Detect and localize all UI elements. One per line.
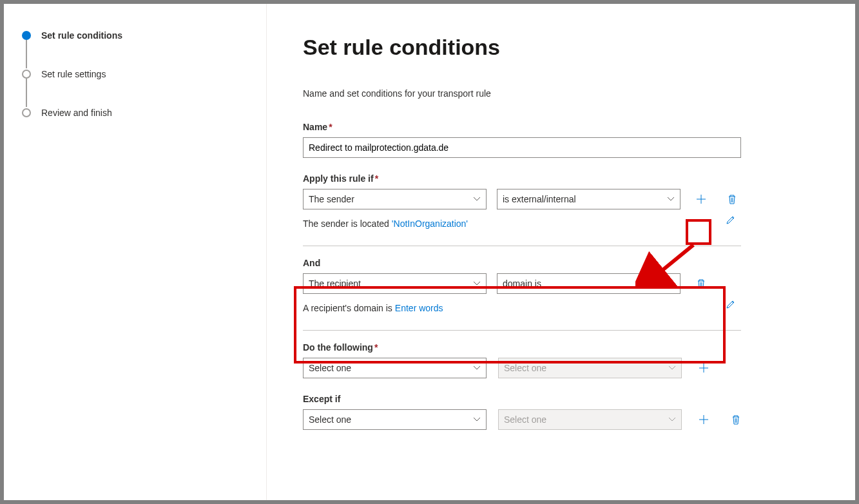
step-dot-icon [22, 108, 31, 117]
add-condition-button[interactable] [691, 189, 711, 209]
trash-icon [731, 414, 741, 425]
condition1-subject-dropdown[interactable]: The sender [303, 189, 487, 209]
required-asterisk: * [374, 342, 378, 353]
rule-name-input[interactable] [303, 137, 741, 158]
add-exception-button[interactable] [693, 409, 714, 430]
chevron-down-icon [473, 364, 481, 372]
except-label: Except if [303, 394, 819, 404]
step-dot-icon [22, 31, 31, 40]
divider [303, 330, 741, 331]
do-label: Do the following* [303, 342, 819, 353]
condition2-value-link[interactable]: Enter words [395, 303, 443, 313]
step-label: Review and finish [41, 107, 112, 119]
dropdown-value: domain is [503, 278, 541, 289]
pencil-icon [726, 215, 736, 225]
trash-icon [727, 194, 737, 204]
condition1-summary: The sender is located 'NotInOrganization… [303, 218, 468, 229]
dropdown-value: The sender [309, 194, 354, 204]
add-action-button[interactable] [693, 358, 714, 378]
step-label: Set rule conditions [41, 30, 122, 41]
apply-rule-label: Apply this rule if* [303, 173, 819, 184]
exception-subject-dropdown[interactable]: Select one [303, 409, 487, 430]
divider [303, 246, 741, 246]
pencil-icon [726, 299, 736, 309]
chevron-down-icon [667, 280, 675, 287]
dropdown-value: Select one [309, 363, 351, 373]
step-label: Set rule settings [41, 68, 106, 80]
delete-exception-button[interactable] [726, 409, 746, 430]
condition1-predicate-dropdown[interactable]: is external/internal [497, 189, 680, 209]
condition2-predicate-dropdown[interactable]: domain is [497, 273, 680, 294]
edit-condition2-button[interactable] [720, 294, 741, 315]
chevron-down-icon [668, 416, 676, 423]
dropdown-value: is external/internal [503, 194, 576, 204]
wizard-steps-sidebar: Set rule conditions Set rule settings Re… [4, 4, 267, 500]
condition2-summary: A recipient's domain is Enter words [303, 303, 443, 313]
dropdown-value: The recipient [309, 278, 361, 289]
main-content: Set rule conditions Name and set conditi… [267, 4, 855, 500]
and-condition-section: And The recipient domain is [303, 258, 819, 315]
plus-icon [699, 414, 709, 425]
action-subject-dropdown[interactable]: Select one [303, 358, 487, 378]
chevron-down-icon [473, 195, 481, 203]
do-the-following-section: Do the following* Select one Select one [303, 342, 819, 378]
step-dot-icon [22, 70, 31, 79]
name-label: Name* [303, 122, 819, 132]
dropdown-value: Select one [504, 363, 546, 373]
name-label-text: Name [303, 122, 327, 132]
plus-icon [696, 194, 706, 204]
apply-rule-section: Apply this rule if* The sender is extern… [303, 173, 819, 230]
except-if-section: Except if Select one Select one [303, 394, 819, 430]
step-review-and-finish[interactable]: Review and finish [22, 107, 248, 119]
page-title: Set rule conditions [303, 35, 819, 60]
plus-icon [699, 363, 709, 373]
edit-condition1-button[interactable] [720, 209, 741, 230]
page-intro: Name and set conditions for your transpo… [303, 88, 819, 99]
required-asterisk: * [329, 122, 332, 132]
step-set-rule-conditions[interactable]: Set rule conditions [22, 30, 248, 68]
dropdown-value: Select one [309, 414, 351, 425]
summary-text: A recipient's domain is [303, 303, 392, 313]
exception-predicate-dropdown[interactable]: Select one [498, 409, 682, 430]
condition1-value-link[interactable]: 'NotInOrganization' [392, 218, 468, 229]
do-label-text: Do the following [303, 342, 373, 353]
trash-icon [696, 278, 706, 289]
step-connector [26, 79, 27, 107]
chevron-down-icon [473, 416, 481, 423]
chevron-down-icon [473, 280, 481, 287]
summary-text: The sender is located [303, 218, 389, 229]
chevron-down-icon [667, 195, 675, 203]
condition2-subject-dropdown[interactable]: The recipient [303, 273, 487, 294]
step-set-rule-settings[interactable]: Set rule settings [22, 68, 248, 107]
action-predicate-dropdown[interactable]: Select one [498, 358, 682, 378]
chevron-down-icon [668, 364, 676, 372]
required-asterisk: * [375, 173, 378, 184]
delete-condition-button[interactable] [722, 189, 742, 209]
and-label: And [303, 258, 819, 268]
step-connector [26, 40, 27, 68]
name-section: Name* [303, 122, 819, 158]
delete-condition-button[interactable] [691, 273, 711, 294]
dropdown-value: Select one [504, 414, 546, 425]
apply-rule-label-text: Apply this rule if [303, 173, 374, 184]
